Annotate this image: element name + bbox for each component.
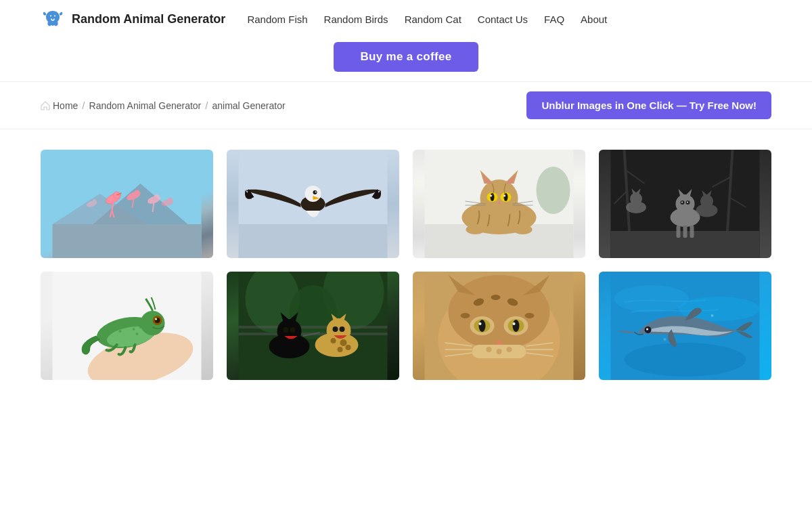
svg-point-145 bbox=[664, 338, 667, 341]
svg-point-30 bbox=[466, 225, 485, 234]
svg-point-116 bbox=[461, 313, 470, 318]
svg-point-57 bbox=[676, 194, 695, 213]
svg-point-97 bbox=[284, 327, 289, 333]
svg-point-124 bbox=[479, 322, 482, 325]
svg-rect-66 bbox=[690, 226, 694, 238]
svg-point-85 bbox=[136, 333, 139, 335]
svg-rect-64 bbox=[677, 226, 681, 238]
logo-link[interactable]: Random Animal Generator bbox=[41, 7, 225, 31]
gallery-row-1 bbox=[41, 150, 771, 258]
breadcrumb-home[interactable]: Home bbox=[53, 100, 78, 111]
breadcrumb-bar: Home / Random Animal Generator / animal … bbox=[0, 82, 812, 129]
breadcrumb-sep-2: / bbox=[205, 100, 208, 111]
svg-point-144 bbox=[711, 314, 714, 317]
svg-point-40 bbox=[504, 193, 508, 201]
svg-point-112 bbox=[449, 275, 550, 350]
gallery-item-eagle[interactable] bbox=[227, 150, 399, 258]
svg-point-123 bbox=[513, 320, 520, 332]
svg-point-103 bbox=[338, 347, 343, 352]
svg-point-98 bbox=[290, 327, 296, 333]
svg-point-102 bbox=[331, 338, 336, 343]
breadcrumb-random-animal[interactable]: Random Animal Generator bbox=[89, 100, 202, 111]
svg-point-122 bbox=[479, 320, 486, 332]
svg-point-84 bbox=[139, 326, 142, 329]
svg-rect-65 bbox=[683, 226, 687, 238]
svg-rect-1 bbox=[53, 224, 202, 258]
header: Random Animal Generator Random Fish Rand… bbox=[0, 0, 812, 82]
svg-point-17 bbox=[168, 198, 173, 203]
buy-coffee-button[interactable]: Buy me a coffee bbox=[334, 42, 479, 72]
svg-point-19 bbox=[93, 199, 97, 203]
svg-point-82 bbox=[155, 318, 157, 320]
breadcrumb-sep-1: / bbox=[82, 100, 85, 111]
logo-icon bbox=[41, 7, 65, 31]
svg-point-108 bbox=[340, 326, 345, 332]
svg-point-31 bbox=[514, 225, 533, 234]
nav-about[interactable]: About bbox=[581, 14, 607, 25]
unblur-button[interactable]: Unblur Images in One Click — Try Free No… bbox=[526, 91, 771, 119]
nav-contact-us[interactable]: Contact Us bbox=[478, 14, 528, 25]
svg-point-128 bbox=[487, 347, 492, 352]
gallery-item-flamingos[interactable] bbox=[41, 150, 213, 258]
gallery-item-wolves[interactable] bbox=[599, 150, 771, 258]
svg-point-104 bbox=[346, 345, 351, 350]
svg-point-114 bbox=[491, 295, 501, 300]
svg-point-68 bbox=[630, 192, 642, 205]
svg-point-107 bbox=[333, 326, 338, 332]
gallery bbox=[0, 129, 812, 421]
svg-point-147 bbox=[646, 329, 648, 331]
svg-point-25 bbox=[315, 192, 317, 193]
svg-rect-91 bbox=[239, 326, 388, 329]
home-icon bbox=[41, 101, 50, 110]
gallery-row-2 bbox=[41, 272, 771, 380]
svg-point-129 bbox=[497, 349, 502, 354]
svg-point-101 bbox=[340, 339, 347, 346]
svg-point-94 bbox=[277, 319, 302, 343]
svg-point-24 bbox=[313, 190, 317, 194]
svg-point-28 bbox=[537, 167, 570, 214]
svg-point-62 bbox=[681, 202, 683, 203]
gallery-item-leopard[interactable] bbox=[413, 272, 585, 380]
svg-point-72 bbox=[700, 194, 713, 207]
svg-point-83 bbox=[133, 328, 135, 331]
svg-point-130 bbox=[507, 347, 512, 352]
gallery-item-chameleon[interactable] bbox=[41, 272, 213, 380]
svg-point-117 bbox=[525, 313, 535, 318]
nav-random-cat[interactable]: Random Cat bbox=[405, 14, 461, 25]
svg-point-142 bbox=[625, 343, 746, 377]
svg-rect-21 bbox=[239, 224, 388, 258]
svg-point-63 bbox=[687, 202, 688, 203]
gallery-item-cat[interactable] bbox=[413, 150, 585, 258]
logo-text: Random Animal Generator bbox=[72, 12, 225, 26]
svg-point-12 bbox=[134, 190, 140, 196]
svg-point-15 bbox=[154, 194, 160, 200]
nav-random-fish[interactable]: Random Fish bbox=[247, 14, 307, 25]
svg-point-32 bbox=[480, 179, 518, 217]
svg-point-41 bbox=[490, 195, 492, 197]
gallery-item-panther[interactable] bbox=[227, 272, 399, 380]
coffee-bar: Buy me a coffee bbox=[41, 37, 771, 75]
nav-random-birds[interactable]: Random Birds bbox=[324, 14, 388, 25]
svg-point-86 bbox=[119, 330, 122, 333]
svg-point-39 bbox=[491, 193, 495, 201]
breadcrumb-current: animal Generator bbox=[212, 100, 285, 111]
nav-faq[interactable]: FAQ bbox=[544, 14, 564, 25]
svg-point-125 bbox=[513, 322, 516, 325]
svg-point-140 bbox=[614, 285, 689, 312]
main-nav: Random Fish Random Birds Random Cat Cont… bbox=[247, 14, 771, 25]
gallery-item-dolphin[interactable] bbox=[599, 272, 771, 380]
